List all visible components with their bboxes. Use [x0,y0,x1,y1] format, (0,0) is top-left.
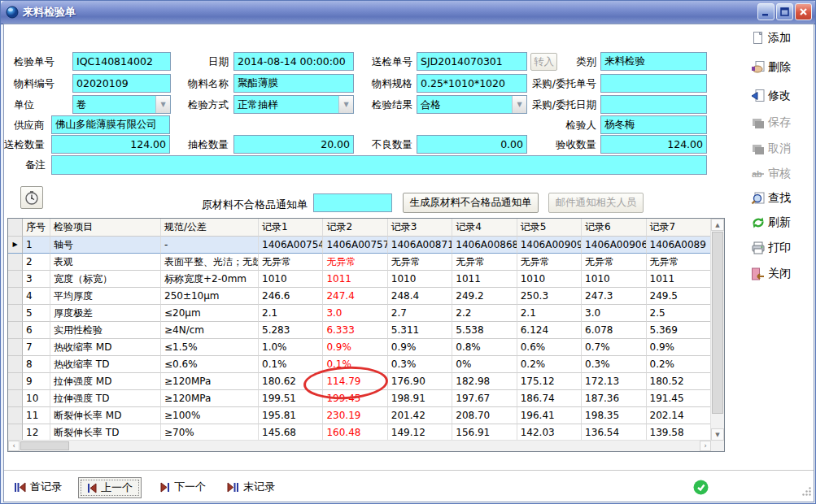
cell-record7[interactable]: 2.5 [647,305,711,322]
col-header-rec6[interactable]: 记录6 [582,219,646,237]
nonconform-notice-field[interactable] [313,193,392,212]
row-indicator[interactable] [8,322,23,339]
accept-qty-field[interactable] [600,135,707,154]
cell-record3[interactable]: 201.42 [388,407,452,424]
cell-record5[interactable]: 250.3 [517,288,582,305]
row-indicator[interactable] [8,373,23,390]
method-select[interactable]: 正常抽样 ▼ [233,95,354,114]
cell-record3[interactable]: 149.12 [388,424,452,441]
table-row[interactable]: 11断裂伸长率 MD≥100%195.81230.19201.42208.701… [8,407,711,424]
sidebar-refresh-button[interactable]: 刷新 [751,214,814,232]
material-spec-field[interactable] [417,74,527,93]
cell-record3[interactable]: 0.9% [388,339,452,356]
col-header-rec3[interactable]: 记录3 [388,219,452,237]
cell-record6[interactable]: 3.0 [582,305,646,322]
row-indicator[interactable] [8,339,23,356]
cell-record4[interactable]: 1011 [452,271,517,288]
cell-record3[interactable]: 0.3% [388,356,452,373]
cell-row-no[interactable]: 5 [23,305,50,322]
cell-record2[interactable]: 0.1% [323,356,387,373]
scroll-right-icon[interactable]: › [700,441,711,451]
titlebar[interactable]: 来料检验单 [1,1,816,24]
date-field[interactable] [233,52,354,71]
cell-row-no[interactable]: 11 [23,407,50,424]
inspector-field[interactable] [600,115,707,134]
cell-row-no[interactable]: 9 [23,373,50,390]
email-notify-button[interactable]: 邮件通知相关人员 [548,193,644,213]
sample-qty-field[interactable] [233,135,354,154]
cell-record3[interactable]: 无异常 [388,254,452,271]
next-record-button[interactable]: 下一个 [160,477,206,497]
cell-item[interactable]: 断裂伸长率 MD [50,407,161,424]
close-button[interactable] [795,3,812,20]
result-select[interactable]: 合格 ▼ [417,95,527,114]
cell-record1[interactable]: 无异常 [259,254,323,271]
col-header-rec1[interactable]: 记录1 [259,219,323,237]
cell-item[interactable]: 拉伸强度 MD [50,373,161,390]
cell-record3[interactable]: 198.91 [388,390,452,407]
cell-item[interactable]: 表观 [50,254,161,271]
cell-record5[interactable]: 1010 [517,271,582,288]
transfer-button[interactable]: 转入 [530,53,557,71]
cell-record5[interactable]: 0.6% [517,339,582,356]
col-header-spec[interactable]: 规范/公差 [161,219,259,237]
cell-row-no[interactable]: 12 [23,424,50,441]
remark-field[interactable] [51,155,707,175]
cell-record4[interactable]: 156.91 [452,424,517,441]
cell-record2[interactable]: 1011 [323,271,387,288]
table-row[interactable]: 12断裂伸长率 TD≥70%145.68160.48149.12156.9114… [8,424,711,441]
purchase-no-field[interactable] [600,74,707,93]
cell-record7[interactable]: 0.2% [647,356,711,373]
supplier-field[interactable] [51,115,170,134]
cell-record1[interactable]: 2.1 [259,305,323,322]
cell-record3[interactable]: 1406A00871 [388,237,452,254]
row-indicator[interactable] [8,424,23,441]
cell-spec[interactable]: ≥100% [161,407,259,424]
sidebar-print-button[interactable]: 打印 [751,239,814,257]
cell-spec[interactable]: 250±10µm [161,288,259,305]
table-row[interactable]: 5厚度极差≤20µm2.13.02.72.22.13.02.5 [8,305,711,322]
cell-record1[interactable]: 1.0% [259,339,323,356]
table-row[interactable]: ▶1轴号-1406A007541406A007571406A008711406A… [8,237,711,254]
cell-row-no[interactable]: 10 [23,390,50,407]
cell-record4[interactable]: 0.8% [452,339,517,356]
scroll-down-icon[interactable]: ▼ [711,428,724,441]
sidebar-delete-button[interactable]: 删除 [751,59,814,76]
cell-record6[interactable]: 6.078 [582,322,646,339]
cell-spec[interactable]: - [161,237,259,254]
cell-record1[interactable]: 180.62 [259,373,323,390]
table-row[interactable]: 6实用性检验≥4N/cm5.2836.3335.3115.5386.1246.0… [8,322,711,339]
row-indicator[interactable] [8,356,23,373]
cell-record3[interactable]: 1010 [388,271,452,288]
last-record-button[interactable]: 末记录 [227,477,275,497]
sidebar-audit-button[interactable]: ab 审核 [751,165,814,183]
table-row[interactable]: 3宽度（标宽）标称宽度+2-0mm10101011101010111010101… [8,271,711,288]
cell-record4[interactable]: 2.2 [452,305,517,322]
cell-item[interactable]: 实用性检验 [50,322,161,339]
cell-record5[interactable]: 196.41 [517,407,582,424]
cell-record2[interactable]: 114.79 [323,373,387,390]
cell-record6[interactable]: 无异常 [582,254,646,271]
cell-row-no[interactable]: 8 [23,356,50,373]
submit-qty-field[interactable] [51,135,170,154]
cell-record4[interactable]: 182.98 [452,373,517,390]
row-indicator[interactable] [8,390,23,407]
vertical-scrollbar[interactable]: ▲ ▼ [710,219,724,441]
cell-record5[interactable]: 175.12 [517,373,582,390]
cell-record5[interactable]: 142.03 [517,424,582,441]
cell-record2[interactable]: 247.4 [323,288,387,305]
row-indicator[interactable] [8,407,23,424]
cell-record1[interactable]: 0.1% [259,356,323,373]
horizontal-scrollbar[interactable]: ‹ › [8,440,711,451]
row-indicator[interactable] [8,254,23,271]
cell-record6[interactable]: 0.3% [582,356,646,373]
cell-record1[interactable]: 145.68 [259,424,323,441]
cell-record4[interactable]: 197.67 [452,390,517,407]
minimize-button[interactable] [757,3,775,20]
cell-record7[interactable]: 1406A0089 [647,237,711,254]
cell-record6[interactable]: 136.54 [582,424,646,441]
cell-row-no[interactable]: 2 [23,254,50,271]
cell-record3[interactable]: 2.7 [388,305,452,322]
cell-record7[interactable]: 1011 [647,271,711,288]
material-no-field[interactable] [72,74,171,93]
